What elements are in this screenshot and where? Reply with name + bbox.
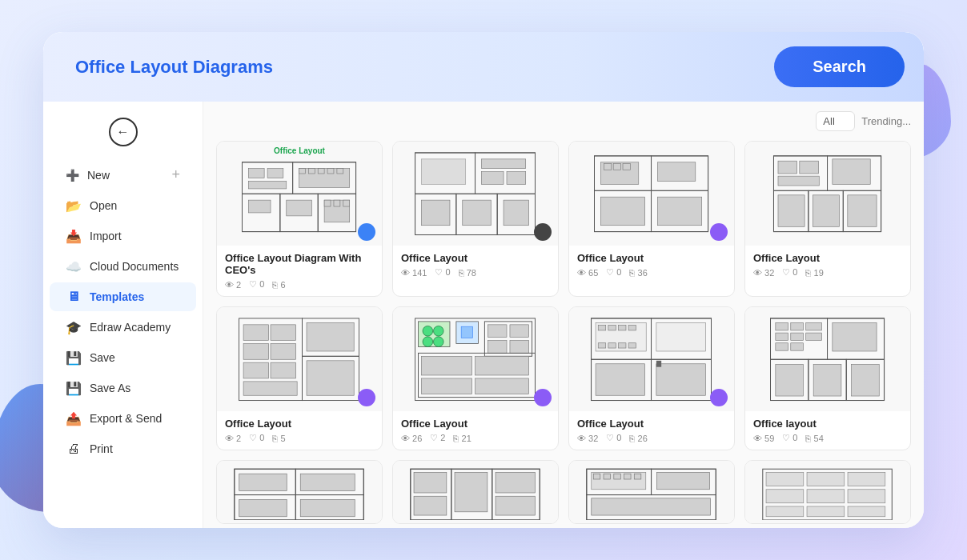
category-filter[interactable]: All	[816, 111, 855, 131]
svg-rect-54	[778, 176, 819, 186]
svg-rect-8	[249, 181, 287, 188]
sidebar-item-import[interactable]: 📥 Import	[50, 222, 196, 250]
stat-views-1: 👁 2	[225, 280, 241, 290]
import-icon: 📥	[66, 228, 82, 244]
svg-rect-58	[848, 195, 877, 226]
svg-rect-161	[849, 490, 886, 503]
svg-rect-132	[239, 500, 287, 517]
svg-rect-119	[776, 342, 788, 350]
svg-rect-163	[808, 506, 845, 517]
svg-rect-142	[496, 496, 536, 515]
svg-rect-106	[656, 361, 661, 367]
template-card-7[interactable]: Office Layout 👁 32 ♡ 0 ⎘ 26	[568, 306, 735, 450]
svg-rect-57	[813, 195, 840, 226]
svg-rect-85	[422, 356, 472, 375]
template-card-3[interactable]: Office Layout 👁 65 ♡ 0 ⎘ 36	[568, 141, 735, 297]
search-input[interactable]	[62, 50, 774, 84]
sidebar-item-print[interactable]: 🖨 Print	[50, 434, 196, 463]
svg-rect-70	[307, 361, 354, 395]
svg-rect-122	[776, 364, 804, 395]
svg-rect-150	[614, 474, 621, 479]
template-stats-2: 👁 141 ♡ 0 ⎘ 78	[401, 267, 550, 278]
svg-rect-102	[629, 342, 636, 347]
print-icon: 🖨	[66, 441, 82, 457]
svg-rect-100	[608, 342, 616, 347]
svg-rect-12	[319, 168, 325, 173]
template-preview-6	[393, 307, 558, 411]
template-card-11[interactable]	[568, 460, 735, 524]
svg-rect-96	[608, 325, 616, 330]
template-card-8[interactable]: Office layout 👁 59 ♡ 0 ⎘ 54	[744, 306, 911, 450]
svg-rect-53	[800, 161, 819, 174]
svg-rect-44	[601, 197, 645, 226]
stat-likes-8: ♡ 0	[782, 433, 797, 443]
template-info-1: Office Layout Diagram With CEO's 👁 2 ♡ 0…	[217, 246, 382, 296]
template-preview-4	[745, 142, 910, 246]
template-card-6[interactable]: Office Layout 👁 26 ♡ 2 ⎘ 21	[392, 306, 559, 450]
svg-rect-41	[614, 163, 621, 170]
svg-rect-28	[482, 159, 526, 169]
svg-rect-118	[806, 333, 822, 340]
template-card-4[interactable]: Office Layout 👁 32 ♡ 0 ⎘ 19	[744, 141, 911, 297]
sidebar-item-save[interactable]: 💾 Save	[50, 343, 196, 372]
svg-rect-13	[328, 168, 335, 173]
svg-rect-52	[778, 161, 797, 174]
svg-rect-7	[268, 168, 284, 178]
svg-rect-152	[635, 474, 642, 479]
back-button[interactable]: ←	[43, 111, 203, 159]
avatar-5	[358, 389, 375, 406]
sidebar-item-new[interactable]: ➕ New +	[50, 160, 196, 190]
svg-rect-131	[301, 474, 355, 490]
back-circle-icon[interactable]: ←	[109, 118, 138, 146]
svg-rect-86	[475, 356, 529, 375]
template-card-12[interactable]	[744, 460, 911, 524]
template-preview-9	[217, 461, 382, 524]
template-preview-12	[745, 461, 910, 524]
stat-views-6: 👁 26	[401, 434, 422, 443]
template-stats-5: 👁 2 ♡ 0 ⎘ 5	[225, 433, 374, 443]
svg-rect-139	[415, 496, 447, 515]
template-card-5[interactable]: Office Layout 👁 2 ♡ 0 ⎘ 5	[216, 306, 383, 450]
stat-copies-4: ⎘ 19	[805, 268, 823, 278]
svg-rect-81	[510, 325, 529, 338]
svg-rect-68	[244, 382, 298, 395]
stat-copies-8: ⎘ 54	[805, 434, 823, 443]
svg-rect-82	[488, 340, 508, 353]
svg-rect-69	[307, 322, 354, 351]
sidebar-new-label: New	[87, 169, 110, 182]
sidebar-academy-label: Edraw Academy	[90, 321, 171, 334]
stat-copies-6: ⎘ 21	[453, 434, 471, 443]
sidebar-item-export[interactable]: 📤 Export & Send	[50, 404, 196, 433]
template-card-9[interactable]	[216, 460, 383, 524]
template-title-6: Office Layout	[401, 418, 550, 430]
main-window: Search ← ➕ New + 📂 Open 📥 Import	[43, 32, 924, 528]
template-card-10[interactable]	[392, 460, 559, 524]
template-title-5: Office Layout	[225, 418, 374, 430]
svg-rect-45	[658, 197, 702, 226]
avatar-6	[534, 389, 552, 406]
sidebar-import-label: Import	[90, 230, 122, 242]
search-button[interactable]: Search	[774, 46, 905, 87]
svg-rect-62	[244, 325, 270, 341]
template-card-1[interactable]: Office Layout	[216, 141, 383, 297]
sidebar-item-cloud[interactable]: ☁️ Cloud Documents	[50, 252, 196, 281]
filter-row: All Trending...	[216, 111, 911, 131]
template-stats-6: 👁 26 ♡ 2 ⎘ 21	[401, 433, 550, 443]
sidebar-item-open[interactable]: 📂 Open	[50, 191, 196, 220]
svg-rect-148	[594, 474, 601, 479]
stat-likes-4: ♡ 0	[782, 267, 797, 278]
stat-likes-2: ♡ 0	[435, 267, 450, 278]
svg-rect-97	[619, 325, 626, 330]
sidebar-item-saveas[interactable]: 💾 Save As	[50, 374, 196, 402]
svg-rect-101	[619, 342, 626, 347]
office-label-1: Office Layout	[274, 146, 325, 155]
svg-rect-140	[455, 473, 488, 512]
svg-point-75	[423, 337, 433, 347]
svg-point-73	[423, 326, 433, 336]
template-stats-7: 👁 32 ♡ 0 ⎘ 26	[577, 433, 726, 443]
sidebar-item-templates[interactable]: 🖥 Templates	[50, 282, 196, 311]
svg-rect-30	[507, 171, 526, 184]
sidebar-item-academy[interactable]: 🎓 Edraw Academy	[50, 313, 196, 342]
template-card-2[interactable]: Office Layout 👁 141 ♡ 0 ⎘ 78	[392, 141, 559, 297]
sidebar-add-icon[interactable]: +	[171, 166, 180, 183]
